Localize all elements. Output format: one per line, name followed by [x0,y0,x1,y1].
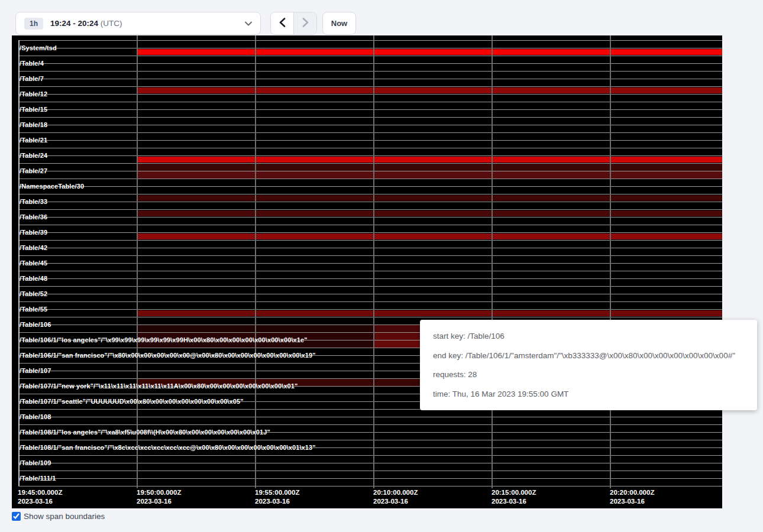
heatmap-row-label: /Table/52 [20,290,47,297]
tooltip-end-key: end key: /Table/106/1/"amsterdam"/"\xb33… [433,351,744,360]
span-boundary-line [18,248,722,248]
heatmap-band [137,87,722,93]
span-boundary-line [18,63,722,64]
heatmap-row-label: /Table/15 [20,106,47,113]
heatmap-row-label: /Table/21 [20,137,47,144]
heatmap-row-label: /Table/111/1 [20,475,56,482]
heatmap-row-label: /Table/106/1/"san francisco"/"\x80\x00\x… [20,352,316,359]
heatmap-band [137,49,722,55]
show-span-boundaries-checkbox[interactable] [12,512,21,521]
key-visualizer-heatmap[interactable]: /System/tsd/Table/4/Table/7/Table/12/Tab… [12,35,722,508]
span-boundary-line [18,86,722,87]
heatmap-row-label: /Table/7 [20,75,44,82]
span-boundary-line [18,463,722,463]
heatmap-row-label: /Table/106 [20,321,51,328]
span-boundary-line [18,155,722,156]
span-boundary-line [18,471,722,471]
span-boundary-line [18,278,722,279]
span-boundary-line [18,163,722,164]
heatmap-row-label: /Table/108/1/"san francisco"/"\x8c\xcc\x… [20,444,316,451]
heatmap-row-label: /Table/18 [20,121,47,128]
span-boundary-line [18,79,722,79]
x-axis-tick-label: 19:45:00.000Z 2023-03-16 [18,488,62,506]
span-boundary-line [18,240,722,241]
span-boundary-line [18,186,722,187]
span-boundary-line [18,255,722,256]
prev-interval-button[interactable] [271,12,293,34]
time-range-label: 19:24 - 20:24 (UTC) [50,19,122,28]
duration-chip: 1h [24,18,43,30]
span-boundary-line [18,217,722,218]
heatmap-band [137,171,722,179]
span-boundary-line [18,263,722,264]
span-boundary-line [18,148,722,148]
show-span-boundaries-label: Show span boundaries [24,512,105,521]
tooltip-time: time: Thu, 16 Mar 2023 19:55:00 GMT [433,390,744,398]
heatmap-row-label: /Table/106/1/"los angeles"/"\x99\x99\x99… [20,336,308,343]
chevron-left-icon [279,18,286,29]
time-range-value: 19:24 - 20:24 [50,19,98,28]
heatmap-row-label: /Table/45 [20,259,47,267]
tooltip-requests: requests: 28 [433,370,744,379]
heatmap-row-label: /Table/12 [20,90,47,98]
span-boundary-line [18,286,722,287]
heatmap-row-label: /Table/36 [20,213,47,220]
heatmap-band [137,195,722,201]
span-boundary-line [18,140,722,141]
span-boundary-line [18,202,722,202]
span-boundary-line [18,48,722,48]
span-boundary-line [18,232,722,233]
span-boundary-line [18,317,722,317]
x-axis-tick-label: 20:20:00.000Z 2023-03-16 [610,488,654,506]
span-boundary-line [18,424,722,425]
heatmap-row-label: /Table/27 [20,167,47,174]
time-gridline [373,35,374,488]
span-boundary-line [18,209,722,210]
heatmap-band [137,157,722,163]
tooltip-start-key: start key: /Table/106 [433,332,744,340]
time-gridline [492,35,493,488]
span-boundary-line [18,440,722,440]
heatmap-row-label: /Table/39 [20,229,47,236]
time-gridline [137,35,138,488]
heatmap-band [137,310,722,316]
x-axis-tick-label: 19:55:00.000Z 2023-03-16 [255,488,299,506]
span-boundary-line [18,417,722,417]
heatmap-row-label: /Table/108 [20,413,51,420]
time-gridline [255,35,256,488]
span-boundary-line [18,71,722,72]
x-axis-tick-label: 20:10:00.000Z 2023-03-16 [373,488,418,506]
heatmap-row-label: /Table/42 [20,244,47,251]
time-gridline [610,35,611,488]
heatmap-band [137,210,722,216]
span-boundary-line [18,40,722,41]
span-boundary-line [18,294,722,294]
span-boundary-line [18,94,722,95]
time-range-selector[interactable]: 1h 19:24 - 20:24 (UTC) [15,12,261,35]
span-boundary-line [18,301,722,302]
heatmap-row-label: /Table/107/1/"seattle"/"UUUUUUD\x00\x80\… [20,398,243,405]
heatmap-row-label: /Table/24 [20,152,47,159]
span-boundary-line [18,309,722,310]
span-boundary-line [18,271,722,271]
span-boundary-line [18,132,722,133]
heatmap-row-label: /Table/55 [20,306,47,313]
span-boundary-line [18,56,722,56]
heatmap-row-label: /Table/107/1/"new york"/"\x11\x11\x11\x1… [20,382,298,390]
time-nav-group [270,12,317,35]
now-button[interactable]: Now [322,12,356,35]
chevron-right-icon [302,18,309,29]
span-boundary-line [18,179,722,179]
heatmap-row-label: /Table/107 [20,367,51,374]
span-boundary-line [18,171,722,171]
span-boundary-line [18,109,722,110]
heatmap-row-label: /Table/108/1/"los angeles"/"\xa8\xf5\u00… [20,429,270,436]
heatmap-row-label: /Table/109 [20,459,51,466]
span-boundary-line [18,194,722,194]
show-span-boundaries-control[interactable]: Show span boundaries [12,512,105,521]
span-boundary-line [18,117,722,118]
heatmap-row-label: /Table/48 [20,275,47,282]
next-interval-button[interactable] [293,12,316,34]
heatmap-row-label: /NamespaceTable/30 [20,183,84,190]
x-axis-tick-label: 19:50:00.000Z 2023-03-16 [137,488,181,506]
